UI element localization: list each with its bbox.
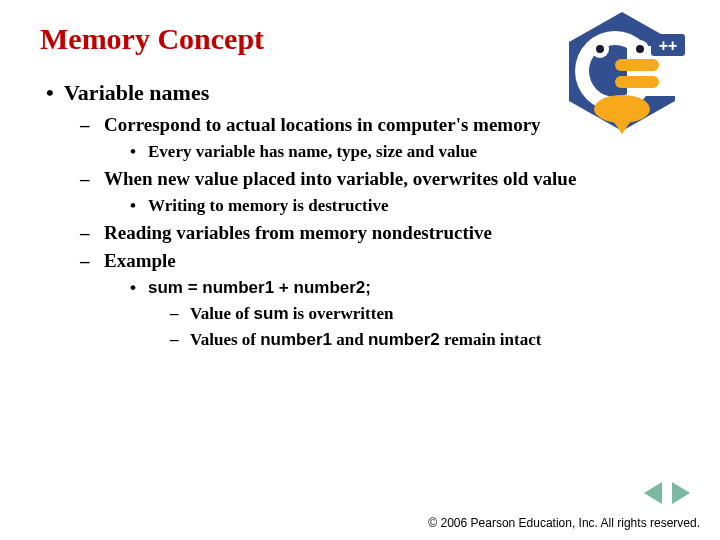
bullet-l4: Value of sum is overwritten [170, 304, 680, 324]
text: remain intact [440, 330, 542, 349]
bullet-l3: Writing to memory is destructive [130, 196, 680, 216]
cpp-badge-text: ++ [659, 37, 678, 54]
bullet-l2: Reading variables from memory nondestruc… [80, 222, 680, 244]
slide: ++ Memory Concept Variable names Corresp… [0, 0, 720, 540]
svg-rect-4 [615, 59, 659, 71]
text: Values of [190, 330, 260, 349]
svg-point-9 [596, 45, 604, 53]
bullet-l3: Every variable has name, type, size and … [130, 142, 680, 162]
prev-slide-button[interactable] [644, 482, 662, 504]
slide-content: Variable names Correspond to actual loca… [40, 80, 680, 350]
code-sum: sum [254, 304, 289, 323]
bullet-l2: When new value placed into variable, ove… [80, 168, 680, 190]
text: Value of [190, 304, 254, 323]
copyright-text: © 2006 Pearson Education, Inc. All right… [428, 516, 700, 530]
nav-controls [644, 482, 690, 508]
bullet-l2: Correspond to actual locations in comput… [80, 114, 680, 136]
svg-point-11 [636, 45, 644, 53]
code-number2: number2 [368, 330, 440, 349]
text: is overwritten [289, 304, 394, 323]
bullet-l3-code: sum = number1 + number2; [130, 278, 680, 298]
text: and [332, 330, 368, 349]
bullet-l2: Example [80, 250, 680, 272]
bullet-l1: Variable names [46, 80, 680, 106]
bullet-l4: Values of number1 and number2 remain int… [170, 330, 680, 350]
next-slide-button[interactable] [672, 482, 690, 504]
code-number1: number1 [260, 330, 332, 349]
